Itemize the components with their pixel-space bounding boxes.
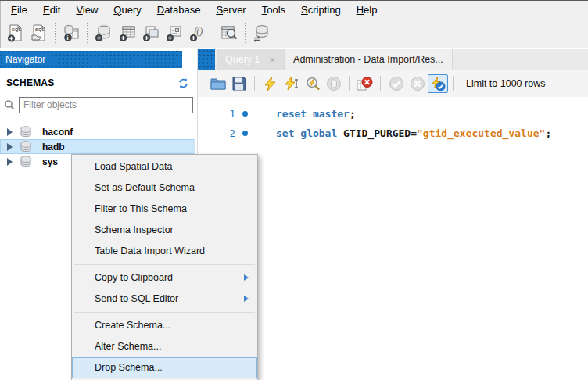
toolbar-separator: [55, 23, 56, 43]
create-schema-icon[interactable]: [91, 21, 115, 45]
menu-separator: [74, 312, 255, 313]
menu-edit[interactable]: Edit: [35, 2, 68, 17]
menu-item-filter-to-this-schema[interactable]: Filter to This Schema: [72, 199, 257, 220]
line-number: 2: [198, 127, 235, 139]
menu-query[interactable]: Query: [106, 2, 149, 17]
reconnect-dbms-icon[interactable]: [249, 21, 273, 45]
svg-text:i: i: [67, 34, 69, 41]
statement-marker-icon: [242, 111, 248, 117]
toolbar-separator: [254, 76, 255, 91]
new-sql-tab-icon[interactable]: SQL: [4, 21, 27, 45]
menu-bar: File Edit View Query Database Server Too…: [0, 1, 588, 18]
submenu-arrow-icon: [244, 296, 249, 302]
menu-help[interactable]: Help: [349, 2, 385, 17]
menu-view[interactable]: View: [68, 2, 106, 17]
filter-objects-input[interactable]: [19, 97, 193, 113]
code-text: set global GTID_PURGED="gtid_executed_va…: [276, 127, 551, 139]
open-script-icon[interactable]: [207, 73, 228, 94]
menu-item-table-data-import-wizard[interactable]: Table Data Import Wizard: [72, 241, 257, 262]
toolbar-separator: [380, 76, 381, 91]
menu-item-create-schema[interactable]: Create Schema...: [72, 315, 257, 336]
menu-scripting[interactable]: Scripting: [293, 2, 349, 17]
menu-item-alter-schema[interactable]: Alter Schema...: [72, 336, 257, 357]
toggle-stop-on-error-icon[interactable]: [354, 73, 375, 94]
execute-current-statement-icon[interactable]: [281, 73, 302, 94]
menu-tools[interactable]: Tools: [254, 2, 293, 17]
schema-label: haconf: [42, 127, 73, 138]
close-icon[interactable]: ×: [269, 55, 275, 65]
refresh-schemas-icon[interactable]: [177, 77, 189, 89]
commit-transaction-icon[interactable]: [385, 73, 407, 94]
search-icon: [4, 99, 15, 110]
tab-bar-stub: [198, 49, 215, 70]
expand-arrow-icon[interactable]: [7, 143, 13, 151]
toolbar-separator: [245, 23, 246, 43]
navigator-header[interactable]: Navigator: [0, 51, 182, 68]
menu-database[interactable]: Database: [149, 2, 209, 17]
schema-icon: [20, 141, 32, 152]
schema-item-hadb[interactable]: hadb: [0, 139, 195, 154]
create-table-icon[interactable]: [115, 21, 138, 45]
menu-separator: [74, 264, 255, 265]
schemas-title: SCHEMAS: [6, 77, 54, 88]
toolbar-separator: [453, 76, 454, 91]
sql-editor-toolbar: Limit to 1000 rows: [198, 70, 588, 97]
filter-row: [4, 96, 193, 113]
tab-query-1[interactable]: Query 1 ×: [217, 49, 284, 70]
menu-server[interactable]: Server: [208, 2, 253, 17]
toolbar-separator: [213, 23, 213, 43]
toolbar-separator: [87, 23, 88, 43]
statement-marker-icon: [242, 131, 248, 136]
schema-context-menu: Load Spatial Data Set as Default Schema …: [71, 154, 258, 380]
menu-item-copy-to-clipboard[interactable]: Copy to Clipboard: [72, 267, 257, 289]
schema-item-haconf[interactable]: haconf: [0, 124, 195, 139]
menu-item-schema-inspector[interactable]: Schema Inspector: [72, 220, 257, 241]
main-toolbar: SQL SQL i f(): [0, 18, 588, 48]
explain-plan-icon[interactable]: [302, 73, 323, 94]
menu-item-set-as-default-schema[interactable]: Set as Default Schema: [72, 177, 257, 199]
toolbar-separator: [349, 76, 350, 91]
create-procedure-icon[interactable]: [162, 21, 185, 45]
tab-administration[interactable]: Administration - Data Import/Res...: [284, 49, 453, 70]
menu-item-load-spatial-data[interactable]: Load Spatial Data: [72, 156, 257, 177]
create-view-icon[interactable]: [138, 21, 162, 45]
menu-item-send-to-sql-editor[interactable]: Send to SQL Editor: [72, 289, 257, 310]
code-text: reset master;: [276, 108, 356, 120]
schema-label: hadb: [42, 142, 65, 152]
execute-statements-icon[interactable]: [260, 73, 281, 94]
code-line-2: 2 set global GTID_PURGED="gtid_executed_…: [198, 124, 588, 143]
submenu-arrow-icon: [244, 274, 249, 281]
stop-execution-icon[interactable]: [323, 73, 344, 94]
search-table-data-icon[interactable]: [217, 21, 241, 45]
line-number: 1: [198, 108, 235, 120]
expand-arrow-icon[interactable]: [7, 128, 13, 136]
toggle-autocommit-icon[interactable]: [428, 74, 448, 93]
editor-tab-bar: Query 1 × Administration - Data Import/R…: [198, 49, 588, 70]
row-limit-dropdown[interactable]: Limit to 1000 rows: [466, 78, 545, 89]
code-line-1: 1 reset master;: [198, 104, 588, 124]
svg-text:SQL: SQL: [35, 27, 45, 32]
navigator-title: Navigator: [5, 54, 50, 65]
tab-label: Administration - Data Import/Res...: [293, 54, 443, 65]
schema-inspector-icon[interactable]: i: [59, 21, 83, 45]
open-sql-script-icon[interactable]: SQL: [27, 21, 51, 45]
schema-icon: [20, 126, 32, 138]
svg-text:SQL: SQL: [12, 27, 22, 32]
schemas-section-header: SCHEMAS: [6, 74, 189, 91]
schema-icon: [20, 156, 32, 167]
create-function-icon[interactable]: f(): [185, 21, 209, 45]
mysql-workbench-window: File Edit View Query Database Server Too…: [0, 0, 588, 380]
menu-item-drop-schema[interactable]: Drop Schema...: [72, 357, 257, 378]
schema-label: sys: [42, 156, 58, 167]
menu-file[interactable]: File: [3, 2, 35, 17]
expand-arrow-icon[interactable]: [7, 158, 13, 166]
rollback-transaction-icon[interactable]: [407, 73, 428, 94]
save-script-icon[interactable]: [228, 73, 249, 94]
tab-label: Query 1: [225, 54, 260, 65]
